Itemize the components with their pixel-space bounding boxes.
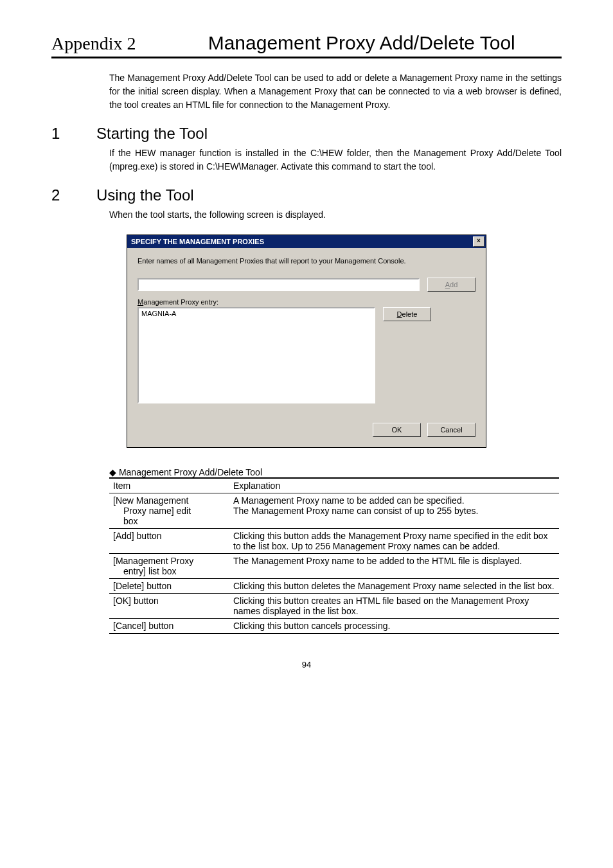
appendix-label: Appendix 2 xyxy=(51,33,136,54)
table-row: [New Management Proxy name] edit box A M… xyxy=(109,493,559,529)
table-header-item: Item xyxy=(109,478,229,493)
proxy-name-input[interactable] xyxy=(138,278,420,291)
page-number: 94 xyxy=(51,660,562,669)
intro-paragraph: The Management Proxy Add/Delete Tool can… xyxy=(109,71,562,112)
section-number: 2 xyxy=(51,186,96,204)
table-row: [Cancel] button Clicking this button can… xyxy=(109,619,559,634)
section-2-text: When the tool starts, the following scre… xyxy=(109,208,562,222)
listbox-label: Management Proxy entry: xyxy=(138,298,475,306)
section-2-heading: 2 Using the Tool xyxy=(51,186,562,204)
section-number: 1 xyxy=(51,125,96,143)
delete-button[interactable]: Delete xyxy=(383,307,431,321)
table-caption: ◆ Management Proxy Add/Delete Tool xyxy=(109,467,562,477)
cancel-button[interactable]: Cancel xyxy=(427,423,475,437)
page-title-row: Appendix 2 Management Proxy Add/Delete T… xyxy=(51,32,562,58)
dialog-title: SPECIFY THE MANAGEMENT PROXIES xyxy=(131,238,264,245)
close-icon[interactable]: × xyxy=(473,236,484,247)
page-title: Management Proxy Add/Delete Tool xyxy=(161,32,562,54)
dialog-body: Enter names of all Management Proxies th… xyxy=(127,248,486,447)
explanation-table: Item Explanation [New Management Proxy n… xyxy=(109,477,559,634)
section-1-heading: 1 Starting the Tool xyxy=(51,125,562,143)
list-item[interactable]: MAGNIA-A xyxy=(141,310,371,317)
dialog-titlebar[interactable]: SPECIFY THE MANAGEMENT PROXIES × xyxy=(127,235,486,248)
proxy-entry-listbox[interactable]: MAGNIA-A xyxy=(138,307,375,403)
table-row: [Management Proxy entry] list box The Ma… xyxy=(109,554,559,579)
section-1-text: If the HEW manager function is installed… xyxy=(109,146,562,173)
section-title: Using the Tool xyxy=(96,186,194,204)
dialog-window: SPECIFY THE MANAGEMENT PROXIES × Enter n… xyxy=(127,235,486,448)
table-row: [Add] button Clicking this button adds t… xyxy=(109,529,559,554)
table-row: [Delete] button Clicking this button del… xyxy=(109,579,559,594)
ok-button[interactable]: OK xyxy=(373,423,421,437)
table-row: [OK] button Clicking this button creates… xyxy=(109,594,559,619)
dialog-instruction: Enter names of all Management Proxies th… xyxy=(138,257,475,265)
add-button[interactable]: Add xyxy=(427,278,475,292)
table-header-explanation: Explanation xyxy=(229,478,559,493)
section-title: Starting the Tool xyxy=(96,125,208,143)
